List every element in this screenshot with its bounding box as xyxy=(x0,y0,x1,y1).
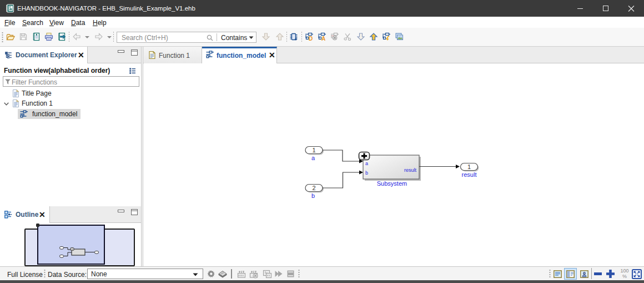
svg-text:a: a xyxy=(365,161,368,166)
svg-text:A: A xyxy=(321,36,325,42)
svg-text:result: result xyxy=(404,167,417,173)
svg-text:Subsystem: Subsystem xyxy=(377,180,407,187)
svg-text:1: 1 xyxy=(312,147,315,153)
svg-text:a: a xyxy=(311,155,315,161)
svg-text:b: b xyxy=(311,192,315,199)
svg-text:1: 1 xyxy=(467,163,471,170)
svg-text:b: b xyxy=(365,170,368,176)
svg-text:result: result xyxy=(462,171,477,178)
svg-text:2: 2 xyxy=(312,185,315,191)
svg-text:D: D xyxy=(309,36,313,42)
